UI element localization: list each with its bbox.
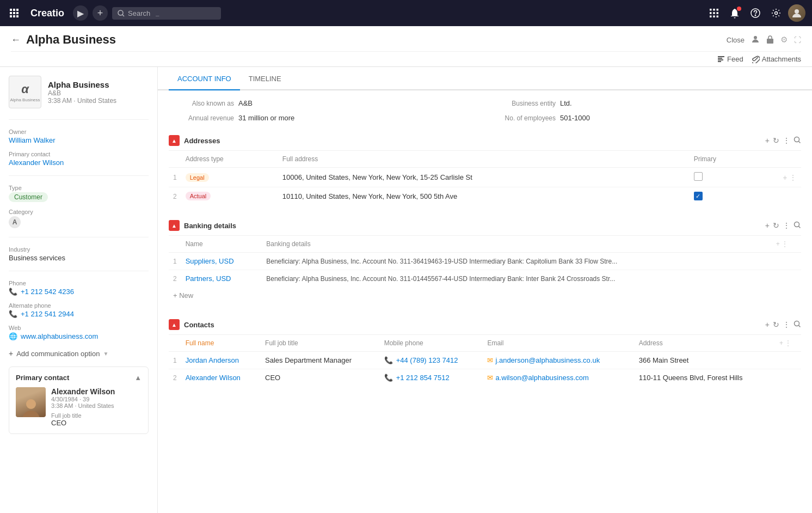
owner-field: Owner William Walker <box>9 129 149 144</box>
contact-email-icon-1: ✉ <box>487 356 493 364</box>
col-primary: Primary <box>690 151 754 168</box>
close-button[interactable]: Close <box>727 36 745 44</box>
col-email: Email <box>483 335 634 352</box>
primary-checkbox-1[interactable] <box>694 172 703 181</box>
contact-email-icon-2: ✉ <box>487 374 493 382</box>
no-employees-value: 501-1000 <box>560 114 590 122</box>
feed-button[interactable]: Feed <box>717 55 743 63</box>
banking-details-2: Beneficiary: Alpha Business, Inc. Accoun… <box>262 270 771 288</box>
contact-email-2[interactable]: a.wilson@alphabusiness.com <box>495 374 588 382</box>
address-row-action-1[interactable]: + <box>783 173 787 182</box>
main-layout: α Alpha Business Alpha Business A&B 3:38… <box>0 67 812 513</box>
banking-table: Name Banking details + ⋮ 1 Suppliers, US… <box>169 236 801 287</box>
address-row-menu-1[interactable]: ⋮ <box>789 173 797 182</box>
tab-account-info[interactable]: ACCOUNT INFO <box>169 67 240 90</box>
banking-more-icon[interactable]: ⋮ <box>783 221 790 230</box>
banking-row-2: 2 Partners, USD Beneficiary: Alpha Busin… <box>169 270 801 288</box>
addresses-search-icon[interactable] <box>793 136 801 145</box>
banking-add-new-button[interactable]: + New <box>169 287 801 304</box>
notifications-icon[interactable] <box>726 4 743 22</box>
settings-icon[interactable] <box>767 4 785 22</box>
svg-rect-6 <box>10 15 12 17</box>
apps-icon[interactable] <box>7 5 22 21</box>
apps-grid-icon[interactable] <box>705 4 723 22</box>
addresses-section: ▲ Addresses + ↻ ⋮ Ad <box>169 131 801 205</box>
contacts-collapse-button[interactable]: ▲ <box>169 319 180 330</box>
contact-row-2: 2 Alexander Wilson CEO 📞 +1 212 854 7512 <box>169 369 801 387</box>
svg-rect-14 <box>710 12 712 14</box>
owner-link[interactable]: William Walker <box>9 136 55 144</box>
phone-link[interactable]: +1 212 542 4236 <box>21 288 74 296</box>
addresses-add-icon[interactable]: + <box>765 136 770 145</box>
banking-search-icon[interactable] <box>793 221 801 230</box>
addresses-more-icon[interactable]: ⋮ <box>783 136 790 145</box>
attachments-button[interactable]: Attachments <box>752 55 801 63</box>
contact-name-1[interactable]: Jordan Anderson <box>186 356 239 364</box>
back-button[interactable]: ← <box>11 34 21 46</box>
account-logo: α Alpha Business <box>9 76 41 108</box>
right-panel: ACCOUNT INFO TIMELINE Also known as A&B … <box>158 67 812 513</box>
search-box[interactable]: Search _ <box>112 7 221 20</box>
contact-row-1: 1 Jordan Anderson Sales Department Manag… <box>169 352 801 369</box>
annual-revenue-field: Annual revenue 31 million or more <box>169 114 485 122</box>
industry-field: Industry Business services <box>9 246 149 262</box>
contact-mobile-1[interactable]: +44 (789) 123 7412 <box>396 356 458 364</box>
contact-email-1[interactable]: j.anderson@alphabusiness.co.uk <box>495 356 600 364</box>
banking-add-icon[interactable]: + <box>765 221 770 230</box>
settings-gear-icon[interactable]: ⚙ <box>780 35 788 45</box>
addresses-refresh-icon[interactable]: ↻ <box>773 136 779 145</box>
type-badge: Customer <box>9 192 48 202</box>
contact-name-2[interactable]: Alexander Wilson <box>186 374 241 382</box>
alt-phone-field: Alternate phone 📞 +1 212 541 2944 <box>9 302 149 318</box>
primary-contact-link[interactable]: Alexander Wilson <box>9 158 64 167</box>
svg-line-10 <box>122 15 124 16</box>
alt-phone-link[interactable]: +1 212 541 2944 <box>21 310 74 318</box>
col-bank-name: Name <box>181 236 262 253</box>
banking-name-2[interactable]: Partners, USD <box>186 274 231 283</box>
add-button[interactable]: + <box>93 5 108 21</box>
banking-refresh-icon[interactable]: ↻ <box>773 221 779 230</box>
tabs-bar: ACCOUNT INFO TIMELINE <box>158 67 812 90</box>
col-job-title: Full job title <box>261 335 380 352</box>
svg-point-26 <box>795 137 799 142</box>
contact-mobile-2[interactable]: +1 212 854 7512 <box>396 374 450 382</box>
category-badge: A <box>9 216 21 228</box>
col-full-address: Full address <box>278 151 690 168</box>
col-address-type: Address type <box>181 151 278 168</box>
tab-timeline[interactable]: TIMELINE <box>240 67 290 90</box>
contact-mobile-icon-1: 📞 <box>384 356 393 364</box>
web-field: Web 🌐 www.alphabusiness.com <box>9 325 149 340</box>
user-avatar[interactable] <box>788 4 805 22</box>
pc-job-title: CEO <box>51 419 142 427</box>
addresses-collapse-button[interactable]: ▲ <box>169 135 180 146</box>
banking-add-col-icon[interactable]: + <box>776 240 780 248</box>
contacts-add-col-icon[interactable]: + <box>779 339 783 347</box>
web-link[interactable]: www.alphabusiness.com <box>21 332 98 340</box>
lock-icon[interactable] <box>766 35 774 45</box>
add-communication-button[interactable]: + Add communication option ▼ <box>9 349 149 358</box>
banking-collapse-button[interactable]: ▲ <box>169 220 180 231</box>
contact-job-2: CEO <box>261 369 380 387</box>
expand-icon[interactable]: ⛶ <box>794 36 801 44</box>
banking-menu-col-icon[interactable]: ⋮ <box>782 240 788 248</box>
primary-checkbox-2[interactable] <box>694 192 703 200</box>
person-icon[interactable] <box>751 35 760 45</box>
contacts-search-icon[interactable] <box>793 320 801 329</box>
top-navigation: Creatio ▶ + Search _ <box>0 0 812 26</box>
primary-contact-section: Primary contact ▲ Alexander Wilson 4/30/… <box>9 367 149 434</box>
phone-field: Phone 📞 +1 212 542 4236 <box>9 280 149 296</box>
contacts-refresh-icon[interactable]: ↻ <box>773 320 779 329</box>
svg-rect-18 <box>713 16 715 18</box>
pc-section-title: Primary contact <box>16 374 69 382</box>
contacts-more-icon[interactable]: ⋮ <box>783 320 790 329</box>
banking-name-1[interactable]: Suppliers, USD <box>186 257 234 265</box>
play-button[interactable]: ▶ <box>73 5 88 21</box>
pc-collapse-button[interactable]: ▲ <box>134 374 142 382</box>
contacts-add-icon[interactable]: + <box>765 320 770 329</box>
banking-title: Banking details <box>184 222 761 230</box>
contacts-menu-col-icon[interactable]: ⋮ <box>785 339 791 347</box>
contact-job-1: Sales Department Manager <box>261 352 380 369</box>
phone-icon: 📞 <box>9 288 17 296</box>
help-icon[interactable] <box>747 4 764 22</box>
addresses-header: ▲ Addresses + ↻ ⋮ <box>169 131 801 151</box>
